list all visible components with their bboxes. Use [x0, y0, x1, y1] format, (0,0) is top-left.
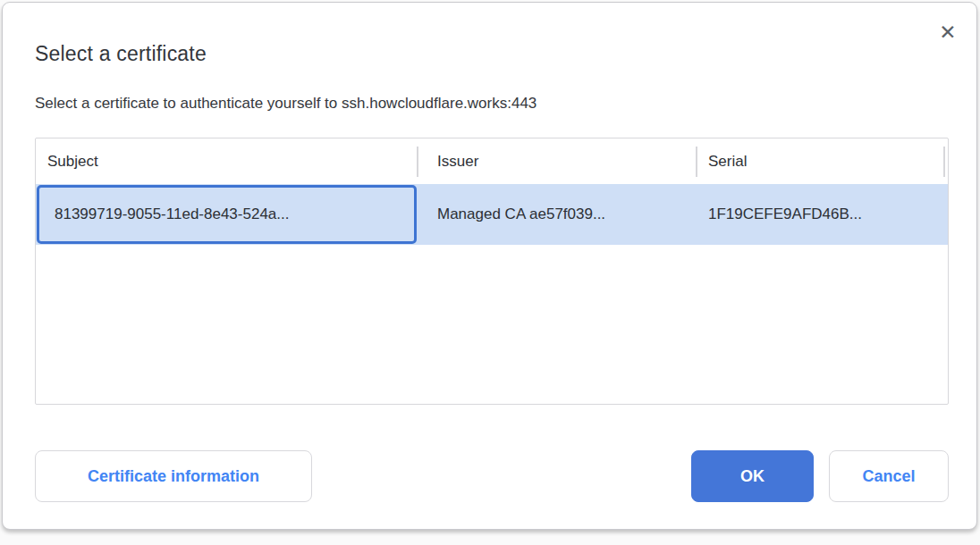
- ok-button[interactable]: OK: [691, 450, 814, 502]
- dialog-title: Select a certificate: [35, 42, 207, 66]
- cell-subject[interactable]: 81399719-9055-11ed-8e43-524a...: [37, 185, 417, 244]
- header-divider: [943, 147, 945, 177]
- cell-serial[interactable]: 1F19CEFE9AFD46B...: [696, 184, 943, 245]
- certificate-information-button[interactable]: Certificate information: [35, 450, 312, 502]
- header-divider: [696, 147, 697, 177]
- cancel-button[interactable]: Cancel: [829, 450, 949, 502]
- page-background: ✕ Select a certificate Select a certific…: [0, 0, 980, 545]
- table-header: Subject Issuer Serial: [36, 138, 948, 184]
- column-header-serial: Serial: [696, 138, 943, 184]
- column-header-issuer: Issuer: [417, 138, 696, 184]
- certificate-dialog: ✕ Select a certificate Select a certific…: [2, 2, 977, 530]
- close-icon[interactable]: ✕: [934, 18, 962, 46]
- header-divider: [417, 147, 418, 177]
- dialog-subtitle: Select a certificate to authenticate you…: [35, 95, 536, 113]
- column-header-subject: Subject: [36, 138, 417, 184]
- cell-issuer[interactable]: Managed CA ae57f039...: [417, 184, 696, 245]
- table-row[interactable]: 81399719-9055-11ed-8e43-524a... Managed …: [36, 184, 948, 245]
- certificate-table: Subject Issuer Serial 81399719-9055-11ed…: [35, 138, 949, 405]
